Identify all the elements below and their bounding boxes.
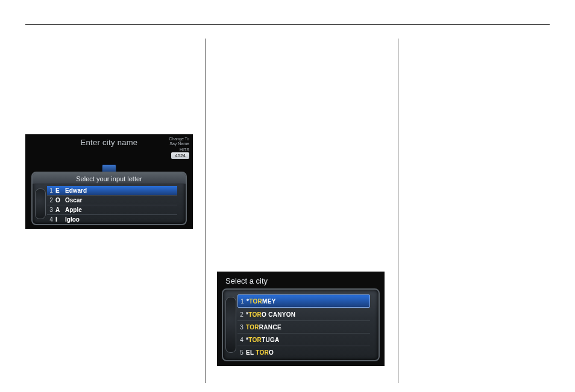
- list-item[interactable]: 5 EL TORO: [237, 346, 370, 358]
- list-item-number: 1: [238, 298, 247, 305]
- hits-value: 4524: [171, 152, 189, 159]
- list-item-number: 1: [47, 187, 55, 194]
- list-item-number: 5: [237, 349, 246, 356]
- list-item-number: 4: [237, 337, 246, 343]
- city-list-panel: 1 *TORMEY 2 *TORO CANYON 3 TORRANCE 4: [222, 288, 380, 361]
- list-item-number: 3: [47, 207, 55, 213]
- hits-indicator: HITS 4524: [171, 148, 189, 159]
- list-item[interactable]: 3 A Apple: [47, 205, 177, 214]
- list-item-word: Oscar: [65, 197, 82, 204]
- scroll-dial-left[interactable]: [225, 297, 236, 353]
- list-item-letter: I: [55, 216, 65, 223]
- list-item-number: 4: [47, 216, 55, 223]
- list-item-letter: O: [55, 197, 65, 204]
- hits-label: HITS: [180, 148, 189, 152]
- city-name: *TORO CANYON: [246, 311, 295, 318]
- city-name: *TORTUGA: [246, 337, 280, 343]
- city-list: 1 *TORMEY 2 *TORO CANYON 3 TORRANCE 4: [237, 294, 370, 355]
- say-name-label: Say Name: [169, 142, 189, 146]
- input-letter-list: 1 E Edward 2 O Oscar 3 A Apple 4 I Igloo: [47, 186, 177, 222]
- divider-top: [25, 24, 550, 25]
- input-letter-panel: Select your input letter 1 E Edward 2 O …: [31, 172, 187, 225]
- list-item[interactable]: 2 O Oscar: [47, 195, 177, 205]
- city-name: EL TORO: [246, 349, 274, 356]
- list-item-word: Igloo: [65, 216, 80, 223]
- input-letter-panel-title: Select your input letter: [33, 173, 186, 184]
- list-item-number: 2: [47, 197, 55, 204]
- city-name: *TORMEY: [247, 298, 276, 305]
- change-to-say-name-button[interactable]: Change To Say Name: [169, 137, 189, 146]
- list-item-number: 3: [237, 324, 246, 331]
- column-divider-1: [205, 39, 206, 383]
- select-a-city-screen: Select a city 1 *TORMEY 2 *TORO CANYON 3…: [217, 272, 385, 366]
- list-item[interactable]: 4 I Igloo: [47, 214, 177, 224]
- list-item[interactable]: 4 *TORTUGA: [237, 333, 370, 346]
- screen2-title: Select a city: [217, 272, 385, 289]
- scroll-dial-left[interactable]: [35, 188, 46, 219]
- list-item-word: Edward: [65, 187, 87, 194]
- list-item-number: 2: [237, 311, 246, 318]
- list-item-letter: E: [55, 187, 65, 194]
- list-item[interactable]: 2 *TORO CANYON: [237, 308, 370, 320]
- city-name: TORRANCE: [246, 324, 281, 331]
- enter-city-name-screen: Enter city name Change To Say Name HITS …: [25, 134, 193, 229]
- screen1-title: Enter city name: [25, 138, 193, 147]
- list-item[interactable]: 1 *TORMEY: [237, 294, 370, 308]
- list-item[interactable]: 3 TORRANCE: [237, 320, 370, 333]
- list-item[interactable]: 1 E Edward: [47, 186, 177, 195]
- change-to-label: Change To: [169, 137, 189, 141]
- column-divider-2: [398, 39, 398, 383]
- list-item-letter: A: [55, 207, 65, 213]
- list-item-word: Apple: [65, 207, 82, 213]
